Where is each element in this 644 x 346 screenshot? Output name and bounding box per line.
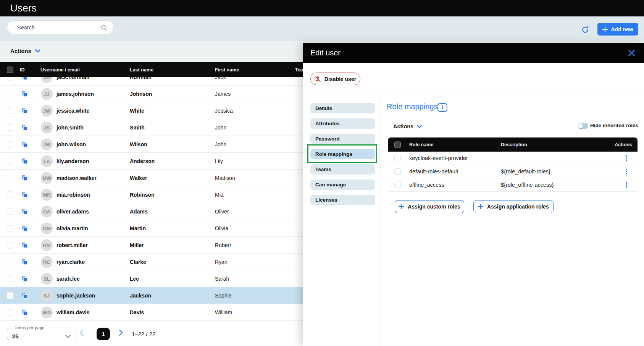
avatar: RC [41, 256, 53, 268]
copy-id-icon[interactable] [21, 158, 27, 164]
next-page-button[interactable] [119, 329, 123, 336]
role-table-header: Role name Description Actions [388, 137, 638, 152]
copy-id-icon[interactable] [21, 108, 27, 114]
copy-id-icon[interactable] [21, 91, 27, 97]
kebab-menu-icon[interactable] [624, 168, 629, 176]
row-checkbox[interactable] [7, 309, 13, 315]
role-row[interactable]: offline_access ${role_offline-access} [388, 178, 638, 192]
copy-id-icon[interactable] [21, 141, 27, 147]
lastname-cell: Clarke [130, 259, 146, 265]
avatar: OM [41, 222, 53, 234]
copy-id-icon[interactable] [21, 124, 27, 131]
row-checkbox[interactable] [7, 124, 13, 131]
pagination-range: 1–22 / 22 [132, 331, 156, 337]
role-description-cell: ${role_offline-access} [501, 182, 554, 188]
role-checkbox[interactable] [394, 155, 401, 162]
toggle-knob [578, 123, 583, 128]
role-actions-dropdown[interactable]: Actions [393, 123, 422, 129]
copy-id-icon[interactable] [21, 225, 27, 231]
assign-custom-roles-label: Assign custom roles [408, 204, 460, 210]
copy-id-icon[interactable] [21, 209, 27, 215]
column-header-actions: Actions [615, 142, 632, 147]
tab-password[interactable]: Password [310, 134, 375, 144]
firstname-cell: John [215, 141, 226, 147]
page-title: Users [10, 2, 37, 14]
row-checkbox[interactable] [7, 242, 13, 248]
lastname-cell: Jackson [130, 293, 151, 299]
copy-id-icon[interactable] [21, 259, 27, 265]
items-per-page-select[interactable]: Items per page 25 [7, 325, 76, 340]
column-header-role-name: Role name [409, 142, 433, 147]
tab-role-mappings[interactable]: Role mappings [310, 149, 375, 159]
row-checkbox[interactable] [7, 191, 13, 198]
column-header-firstname: First name [215, 67, 239, 73]
row-checkbox[interactable] [7, 141, 13, 147]
row-checkbox[interactable] [7, 275, 13, 282]
row-checkbox[interactable] [7, 158, 13, 164]
previous-page-button[interactable] [79, 329, 84, 336]
close-icon[interactable] [628, 50, 635, 56]
actions-label: Actions [10, 48, 31, 54]
hide-inherited-roles-toggle[interactable] [578, 123, 588, 129]
copy-id-icon[interactable] [21, 242, 27, 248]
chevron-down-icon [417, 125, 422, 128]
avatar: RM [41, 239, 53, 251]
firstname-cell: Jessica [215, 108, 233, 114]
row-checkbox[interactable] [7, 91, 13, 97]
row-checkbox[interactable] [7, 107, 13, 114]
firstname-cell: James [215, 91, 231, 97]
username-cell: olivia.martin [56, 225, 88, 231]
edit-user-panel: Edit user Disable user Details Attribute… [303, 43, 644, 346]
copy-id-icon[interactable] [21, 293, 27, 299]
tab-teams[interactable]: Teams [310, 164, 375, 175]
username-cell: sophie.jackson [56, 293, 95, 299]
search-icon [101, 24, 107, 31]
row-checkbox[interactable] [7, 225, 13, 231]
role-actions-label: Actions [393, 123, 413, 129]
items-per-page-value: 25 [12, 333, 19, 340]
refresh-icon[interactable] [581, 26, 589, 34]
role-name-cell: offline_access [409, 182, 444, 188]
disable-user-button[interactable]: Disable user [310, 73, 360, 85]
assign-custom-roles-button[interactable]: Assign custom roles [395, 200, 464, 213]
tab-details[interactable]: Details [310, 103, 375, 113]
row-checkbox[interactable] [7, 259, 13, 265]
assign-application-roles-button[interactable]: Assign application roles [473, 200, 554, 213]
search-box[interactable] [7, 20, 114, 34]
plus-icon [602, 27, 608, 32]
copy-id-icon[interactable] [21, 309, 27, 315]
role-description-cell: ${role_default-roles} [501, 168, 550, 175]
search-input[interactable] [7, 24, 91, 31]
kebab-menu-icon[interactable] [624, 181, 629, 189]
select-all-roles-checkbox[interactable] [394, 141, 401, 148]
copy-id-icon[interactable] [21, 192, 27, 198]
firstname-cell: Olivia [215, 225, 228, 231]
tab-licenses[interactable]: Licenses [310, 195, 375, 205]
username-cell: sarah.lee [56, 276, 80, 282]
row-checkbox[interactable] [7, 175, 13, 181]
role-row[interactable]: keycloak-event-provider [388, 152, 638, 165]
add-new-button[interactable]: Add new [597, 23, 638, 36]
username-cell: ryan.clarke [56, 259, 85, 265]
role-checkbox[interactable] [394, 182, 401, 188]
role-checkbox[interactable] [394, 168, 401, 175]
row-checkbox[interactable] [7, 208, 13, 215]
copy-id-icon[interactable] [21, 276, 27, 282]
lastname-cell: Miller [130, 242, 144, 248]
kebab-menu-icon[interactable] [624, 154, 629, 162]
tab-attributes[interactable]: Attributes [310, 118, 375, 129]
username-cell: madison.walker [56, 175, 97, 181]
info-icon[interactable]: i [437, 103, 447, 112]
actions-dropdown[interactable]: Actions [10, 48, 40, 54]
disable-user-label: Disable user [324, 76, 356, 82]
lastname-cell: Smith [130, 124, 145, 131]
copy-id-icon[interactable] [21, 175, 27, 181]
disable-user-icon [315, 76, 321, 82]
current-page-button[interactable]: 1 [97, 328, 110, 340]
tab-can-manage[interactable]: Can manage [310, 179, 375, 190]
row-checkbox[interactable] [7, 292, 13, 299]
role-row[interactable]: default-roles-default ${role_default-rol… [388, 165, 638, 178]
panel-vertical-divider [379, 94, 379, 346]
select-all-checkbox[interactable] [7, 66, 13, 73]
username-cell: oliver.adams [56, 209, 89, 215]
